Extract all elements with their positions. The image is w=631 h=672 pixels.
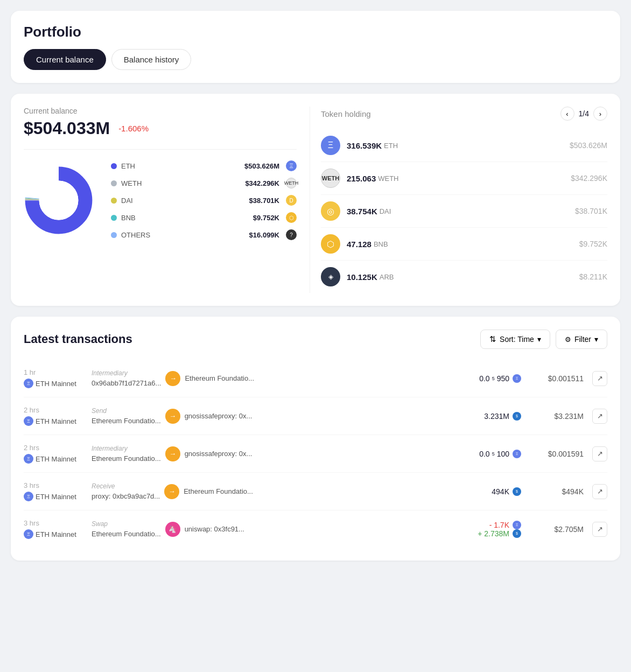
tx-1-time: 1 hr — [24, 368, 83, 376]
legend-eth: ETH $503.626M Ξ — [111, 160, 297, 171]
tx-3-arrow-icon: → — [165, 446, 180, 461]
tx-3-to: gnosissafeproxy: 0x... — [185, 450, 260, 458]
eth-amount: 316.539K — [347, 141, 382, 150]
tx-2-amount-col: 3.231M $ — [462, 412, 521, 421]
next-page-button[interactable]: › — [593, 107, 607, 121]
balance-change: -1.606% — [118, 124, 149, 133]
action-buttons: ⇅ Sort: Time ▾ ⚙ Filter ▾ — [480, 330, 607, 349]
tx-1-from-to: Intermediary 0x96abb7f1d7271a6... → Ethe… — [92, 369, 260, 387]
tab-current-balance[interactable]: Current balance — [24, 49, 106, 70]
transactions-title: Latest transactions — [24, 332, 132, 346]
tx-1-coin-icon: Ξ — [513, 374, 521, 383]
tx-5-amount-line1: - 1.7K Ξ — [462, 521, 521, 529]
tx-row-5: 3 hrs Ξ ETH Mainnet Swap Ethereum Founda… — [24, 510, 607, 548]
tx-3-time-network: 2 hrs Ξ ETH Mainnet — [24, 444, 83, 464]
tx-5-type-from: Swap Ethereum Foundatio... — [92, 520, 161, 538]
transactions-header: Latest transactions ⇅ Sort: Time ▾ ⚙ Fil… — [24, 330, 607, 349]
tx-1-arrow-icon: → — [165, 371, 180, 386]
eth-usd: $503.626M — [570, 141, 607, 150]
legend-bnb: BNB $9.752K ⬡ — [111, 212, 297, 223]
tx-5-from: Ethereum Foundatio... — [92, 530, 161, 538]
filter-chevron-icon: ▾ — [594, 335, 598, 344]
legend-name-dai: DAI — [121, 197, 149, 205]
tx-5-coin-icon-1: Ξ — [513, 521, 521, 529]
legend-dot-others — [111, 232, 117, 238]
tx-2-network: Ξ ETH Mainnet — [24, 416, 83, 426]
tx-5-external-link[interactable]: ↗ — [592, 522, 607, 537]
tx-2-from-to: Send Ethereum Foundatio... → gnosissafep… — [92, 407, 260, 425]
tx-row-3: 2 hrs Ξ ETH Mainnet Intermediary Ethereu… — [24, 435, 607, 473]
current-balance-label: Current balance — [24, 107, 297, 115]
tx-2-amount: 3.231M $ — [462, 412, 521, 421]
tx-4-from: proxy: 0xbc9a9ac7d... — [92, 492, 160, 500]
sort-label: Sort: Time — [500, 335, 534, 344]
legend-dot-bnb — [111, 215, 117, 221]
tx-2-type: Send — [92, 407, 161, 415]
eth-coin-icon: Ξ — [286, 160, 297, 171]
token-row-eth: Ξ 316.539K ETH $503.626M — [321, 129, 607, 162]
eth-mainnet-icon-4: Ξ — [24, 492, 33, 501]
tx-4-time-network: 3 hrs Ξ ETH Mainnet — [24, 481, 83, 501]
legend-dot-dai — [111, 198, 117, 204]
tx-1-amount-col: 0.05950 Ξ — [462, 374, 521, 383]
filter-button[interactable]: ⚙ Filter ▾ — [556, 330, 607, 349]
legend-dai: DAI $38.701K D — [111, 195, 297, 206]
tx-4-usd: $494K — [541, 487, 584, 496]
tx-3-external-link[interactable]: ↗ — [592, 446, 607, 461]
others-coin-icon: ? — [286, 229, 297, 240]
arb-usd: $8.211K — [579, 272, 607, 281]
tx-5-usd: $2.705M — [541, 525, 584, 534]
weth-usd: $342.296K — [571, 174, 607, 183]
dai-usd: $38.701K — [575, 207, 607, 215]
token-holding-header: Token holding ‹ 1/4 › — [321, 107, 607, 121]
balance-amount: $504.033M — [24, 118, 110, 138]
token-holding-panel: Token holding ‹ 1/4 › Ξ 316.539K ETH $50… — [321, 107, 607, 293]
dai-amount: 38.754K — [347, 207, 377, 216]
weth-amount: 215.063 — [347, 174, 376, 183]
sort-button[interactable]: ⇅ Sort: Time ▾ — [480, 330, 550, 349]
tx-2-time-network: 2 hrs Ξ ETH Mainnet — [24, 406, 83, 426]
tx-5-amount-col: - 1.7K Ξ + 2.738M $ — [462, 521, 521, 538]
tx-5-network: Ξ ETH Mainnet — [24, 529, 83, 539]
legend-name-bnb: BNB — [121, 214, 149, 222]
bnb-usd: $9.752K — [579, 240, 607, 248]
arb-symbol: ARB — [380, 273, 394, 281]
tx-3-usd: $0.001591 — [541, 450, 584, 458]
tx-3-from-to: Intermediary Ethereum Foundatio... → gno… — [92, 445, 260, 463]
legend-value-eth: $503.626M — [244, 162, 279, 170]
tx-row-1: 1 hr Ξ ETH Mainnet Intermediary 0x96abb7… — [24, 360, 607, 397]
tx-1-time-network: 1 hr Ξ ETH Mainnet — [24, 368, 83, 388]
tx-1-external-link[interactable]: ↗ — [592, 371, 607, 386]
tx-1-type: Intermediary — [92, 369, 161, 377]
tx-2-external-link[interactable]: ↗ — [592, 409, 607, 424]
tx-4-type-from: Receive proxy: 0xbc9a9ac7d... — [92, 482, 160, 500]
legend-name-eth: ETH — [121, 162, 149, 170]
tx-5-arrow-icon: 🦄 — [165, 522, 180, 537]
divider — [24, 149, 297, 150]
tx-5-time: 3 hrs — [24, 519, 83, 527]
arb-amount: 10.125K — [347, 272, 377, 282]
weth-coin-icon: WETH — [286, 178, 297, 188]
eth-token-icon: Ξ — [321, 136, 340, 155]
weth-symbol: WETH — [378, 174, 398, 183]
dai-coin-icon: D — [286, 195, 297, 206]
tx-3-type-from: Intermediary Ethereum Foundatio... — [92, 445, 161, 463]
bnb-symbol: BNB — [374, 240, 388, 248]
prev-page-button[interactable]: ‹ — [560, 107, 574, 121]
tab-balance-history[interactable]: Balance history — [111, 49, 192, 70]
chart-legend-row: ETH $503.626M Ξ WETH $342.296K WETH DAI … — [24, 160, 297, 240]
token-row-weth: WETH 215.063 WETH $342.296K — [321, 162, 607, 195]
legend-name-weth: WETH — [121, 179, 149, 187]
tx-3-from: Ethereum Foundatio... — [92, 454, 161, 463]
tx-1-from: 0x96abb7f1d7271a6... — [92, 379, 161, 387]
tx-4-external-link[interactable]: ↗ — [592, 484, 607, 499]
token-row-dai: ◎ 38.754K DAI $38.701K — [321, 195, 607, 228]
bnb-token-icon: ⬡ — [321, 234, 340, 254]
tx-3-type: Intermediary — [92, 445, 161, 452]
tx-row-2: 2 hrs Ξ ETH Mainnet Send Ethereum Founda… — [24, 397, 607, 435]
tx-1-network: Ξ ETH Mainnet — [24, 379, 83, 388]
eth-mainnet-icon-2: Ξ — [24, 416, 33, 426]
tab-row: Current balance Balance history — [24, 49, 607, 70]
portfolio-title: Portfolio — [24, 24, 607, 40]
tx-5-to: uniswap: 0x3fc91... — [185, 525, 260, 533]
